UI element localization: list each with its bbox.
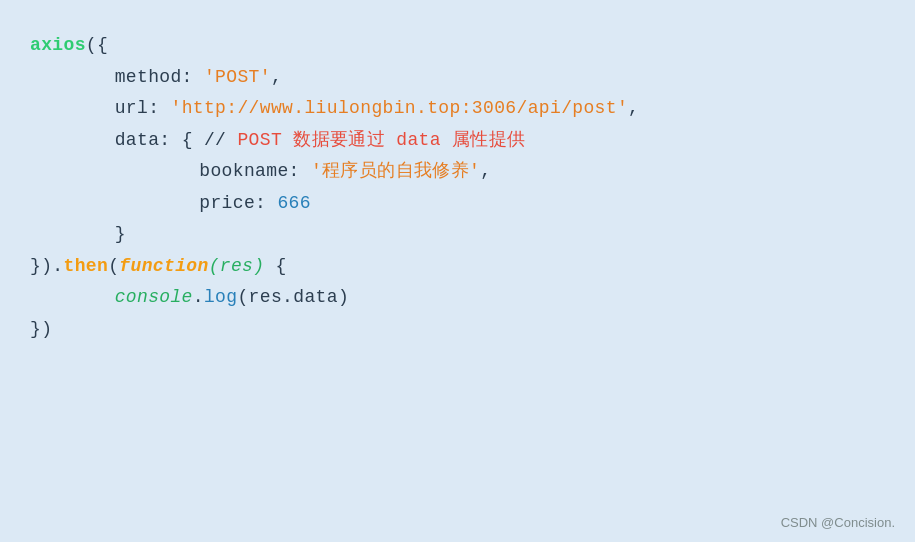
line1-rest: ({ <box>86 35 108 55</box>
bookname-key: bookname: <box>110 161 311 181</box>
line-5: bookname: '程序员的自我修养', <box>30 156 875 188</box>
method-key: method: <box>70 67 204 87</box>
line-3: url: 'http://www.liulongbin.top:3006/api… <box>30 93 875 125</box>
line5-comma: , <box>480 161 491 181</box>
dot-separator: . <box>193 287 204 307</box>
line-6: price: 666 <box>30 188 875 220</box>
line-7: } <box>30 219 875 251</box>
watermark: CSDN @Concision. <box>781 515 895 530</box>
method-val: 'POST' <box>204 67 271 87</box>
axios-keyword: axios <box>30 35 86 55</box>
url-val: 'http://www.liulongbin.top:3006/api/post… <box>170 98 628 118</box>
data-brace: { // <box>182 130 227 150</box>
code-block: axios({ method: 'POST', url: 'http://www… <box>30 30 875 345</box>
close-axios: }). <box>30 256 64 276</box>
line-10: }) <box>30 314 875 346</box>
data-key: data: <box>70 130 182 150</box>
then-keyword: then <box>64 256 109 276</box>
log-args: (res.data) <box>237 287 349 307</box>
line-1: axios({ <box>30 30 875 62</box>
data-comment: POST 数据要通过 data 属性提供 <box>226 130 525 150</box>
line-8: }).then(function(res) { <box>30 251 875 283</box>
price-key: price: <box>110 193 277 213</box>
log-method: log <box>204 287 238 307</box>
close-data: } <box>70 224 126 244</box>
line-2: method: 'POST', <box>30 62 875 94</box>
line8-paren: ( <box>108 256 119 276</box>
code-container: axios({ method: 'POST', url: 'http://www… <box>0 0 915 542</box>
url-key: url: <box>70 98 170 118</box>
line-4: data: { // POST 数据要通过 data 属性提供 <box>30 125 875 157</box>
price-val: 666 <box>277 193 311 213</box>
console-keyword: console <box>70 287 193 307</box>
line3-comma: , <box>628 98 639 118</box>
line-9: console.log(res.data) <box>30 282 875 314</box>
final-close: }) <box>30 319 52 339</box>
line8-brace: { <box>264 256 286 276</box>
res-param: (res) <box>209 256 265 276</box>
bookname-val: '程序员的自我修养' <box>311 161 480 181</box>
function-keyword: function <box>119 256 208 276</box>
line2-comma: , <box>271 67 282 87</box>
